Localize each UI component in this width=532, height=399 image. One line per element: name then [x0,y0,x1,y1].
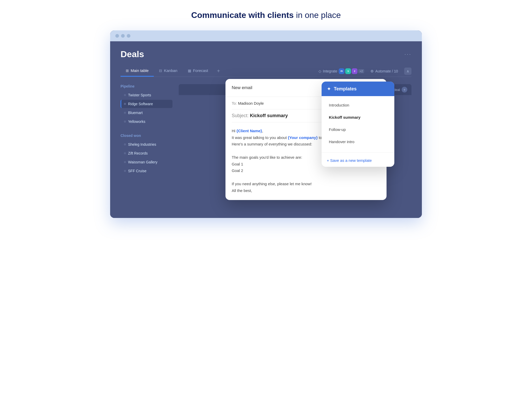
closed-won-title: Closed won [121,134,172,138]
automate-label: Automate / 10 [375,69,398,73]
body-comma: , [262,129,263,133]
integrate-label: Integrate [323,69,337,73]
template-item-follow-up[interactable]: Follow-up [324,124,392,135]
integration-avatars: m s z +2 [339,68,364,74]
integrate-button[interactable]: ◇ Integrate m s z +2 [318,68,364,74]
add-column-button[interactable]: + [402,87,407,92]
item-dot [124,121,126,123]
item-dot [124,112,126,114]
sidebar-item-label: Ridge Software [128,102,153,106]
body-goal2: Goal 2 [232,167,380,174]
template-item-handover-intro[interactable]: Handover intro [324,136,392,148]
pipeline-section: Pipeline Twister Sports Ridge Software B… [121,84,172,126]
app-header: Deals ··· [121,49,411,59]
sidebar-item-label: Waissman Gallery [128,160,157,164]
main-layout: Pipeline Twister Sports Ridge Software B… [121,84,411,183]
browser-titlebar [110,30,422,41]
integration-avatar-1: m [339,68,344,74]
subject-label: Subject: [232,113,249,118]
email-modal-title: New email [232,85,252,90]
template-label: Introduction [329,103,349,107]
template-label: Kickoff summary [329,115,361,119]
client-name-variable: {Client Name} [236,129,262,133]
sidebar-item-yelloworks[interactable]: Yelloworks [121,117,172,126]
to-label: To: [232,101,237,105]
sidebar-item-label: Twister Sports [128,93,151,97]
sidebar: Pipeline Twister Sports Ridge Software B… [121,84,172,183]
sidebar-item-label: Yelloworks [128,119,145,124]
sidebar-item-twister-sports[interactable]: Twister Sports [121,91,172,99]
pipeline-title: Pipeline [121,84,172,88]
sidebar-item-sheleg[interactable]: Sheleg Industries [121,140,172,149]
item-dot [124,143,126,145]
sidebar-item-label: Sheleg Industries [128,142,156,147]
sidebar-item-label: Bluemart [128,111,143,115]
save-template-button[interactable]: + Save as a new template [322,154,394,167]
automate-button[interactable]: ⚙ Automate / 10 [370,69,398,73]
sidebar-item-label: Zift Records [128,151,148,155]
add-tab-button[interactable]: + [213,65,224,77]
tab-main-table[interactable]: ⊞ Main table [121,66,154,77]
tab-kanban[interactable]: ⊟ Kanban [154,66,183,77]
headline-bold: Communicate with clients [191,10,294,20]
integration-avatar-3: z [352,68,357,74]
template-label: Follow-up [329,127,346,132]
browser-dot-yellow [121,34,125,38]
item-dot [124,94,126,96]
tabs-bar: ⊞ Main table ⊟ Kanban ▦ Forecast + ◇ Int… [121,65,411,77]
templates-header: ✦ Templates [322,82,394,96]
company-variable: {Your company} [288,135,318,140]
tab-forecast-label: Forecast [193,68,208,73]
templates-divider [322,152,394,152]
to-name: Madison Doyle [238,101,264,105]
closed-won-section: Closed won Sheleg Industries Zift Record… [121,134,172,175]
body-hi: Hi [232,129,236,133]
item-dot [124,161,126,163]
browser-dot-green [127,34,130,38]
tab-actions: ◇ Integrate m s z +2 ⚙ Automate / 10 ∧ [318,68,411,75]
sidebar-item-bluemart[interactable]: Bluemart [121,109,172,117]
item-dot [124,152,126,154]
email-modal: New email ✕ To: Madison Doyle Subject: K… [225,79,387,200]
template-item-kickoff-summary[interactable]: Kickoff summary [324,111,392,123]
body-intro-text: It was great talking to you about [232,135,288,140]
templates-title: Templates [334,86,357,92]
forecast-icon: ▦ [188,69,191,73]
templates-panel: ✦ Templates Introduction Kickoff summary [322,82,394,167]
kanban-icon: ⊟ [159,69,162,73]
page-headline: Communicate with clients in one place [191,10,341,20]
integration-badge: +2 [358,69,364,73]
collapse-icon: ∧ [407,69,409,73]
app-title: Deals [121,49,144,59]
sidebar-item-waissman[interactable]: Waissman Gallery [121,158,172,166]
body-closing: If you need anything else, please let me… [232,181,380,187]
templates-icon: ✦ [327,86,331,92]
tab-kanban-label: Kanban [164,68,177,73]
body-sign-off: All the best, [232,187,380,194]
integrate-icon: ◇ [318,69,321,73]
browser-dot-red [115,34,119,38]
templates-list: Introduction Kickoff summary Follow-up H… [322,96,394,151]
automate-icon: ⚙ [370,69,374,73]
sidebar-item-ridge-software[interactable]: Ridge Software [121,100,172,108]
main-table-icon: ⊞ [126,69,129,73]
tab-main-table-label: Main table [131,68,149,73]
tab-forecast[interactable]: ▦ Forecast [183,66,213,77]
item-dot [124,103,126,105]
item-dot [124,170,126,172]
sidebar-item-zift[interactable]: Zift Records [121,149,172,157]
app-content: Deals ··· ⊞ Main table ⊟ Kanban ▦ Foreca… [110,41,422,218]
integration-avatar-2: s [345,68,351,74]
template-item-introduction[interactable]: Introduction [324,99,392,111]
headline-regular: in one place [294,10,341,20]
sidebar-item-sff[interactable]: SFF Cruise [121,167,172,175]
collapse-button[interactable]: ∧ [404,68,411,75]
browser-window: Deals ··· ⊞ Main table ⊟ Kanban ▦ Foreca… [110,30,422,218]
template-label: Handover intro [329,139,354,144]
more-options-button[interactable]: ··· [404,51,411,58]
table-area: Est. deal + New email ✕ To: [179,84,411,183]
sidebar-item-label: SFF Cruise [128,169,147,173]
subject-value: Kickoff summary [250,113,288,118]
